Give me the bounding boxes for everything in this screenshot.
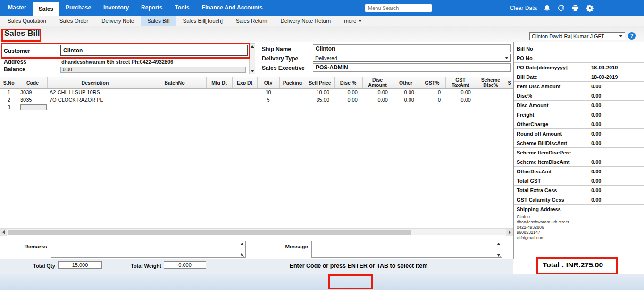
subnav-sales-return[interactable]: Sales Return xyxy=(229,16,274,26)
total-extra-cess-value[interactable]: 0.00 xyxy=(588,186,601,195)
total-weight-label: Total Weight xyxy=(131,263,161,269)
scroll-left-icon[interactable] xyxy=(0,229,7,236)
item-disc-amount-value[interactable]: 0.00 xyxy=(588,82,601,91)
bill-field-row: GST Calamity Cess0.00 xyxy=(514,195,644,205)
cell-mfg-dt xyxy=(206,88,232,96)
sales-subnav: Sales Quotation Sales Order Delivery Not… xyxy=(0,16,644,26)
total-weight-input[interactable] xyxy=(164,261,206,269)
col-header-sell-price: Sell Price xyxy=(306,77,334,88)
print-icon[interactable] xyxy=(571,4,579,12)
bill-field-row: Total Extra Cess0.00 xyxy=(514,186,644,195)
subnav-delivery-note-return[interactable]: Delivery Note Return xyxy=(274,16,337,26)
cell-s xyxy=(506,96,513,103)
customer-input[interactable] xyxy=(60,45,248,56)
cell-scheme-disc xyxy=(476,88,506,96)
message-label: Message xyxy=(267,244,308,249)
customer-form-scrollbar[interactable] xyxy=(249,43,255,74)
menu-master[interactable]: Master xyxy=(2,0,33,16)
notifications-bell-icon[interactable] xyxy=(543,4,551,12)
shipping-address-line: 9608532147 xyxy=(517,230,641,235)
menu-sales[interactable]: Sales xyxy=(33,2,59,16)
subnav-sales-order[interactable]: Sales Order xyxy=(53,16,95,26)
po-no-label: PO No xyxy=(514,53,588,62)
menu-purchase[interactable]: Purchase xyxy=(59,0,97,16)
function-key-bar: F1 Shipping F2 Transport F3 New F4 Edit … xyxy=(0,274,644,290)
freight-value[interactable]: 0.00 xyxy=(588,110,601,119)
bill-no-value[interactable] xyxy=(588,44,591,53)
delivery-type-select[interactable]: Delivered xyxy=(313,54,511,62)
col-header-gst-pct: GST% xyxy=(419,77,445,88)
resize-grip[interactable] xyxy=(241,253,245,257)
scroll-down-icon[interactable] xyxy=(251,70,254,72)
disc-amount-value[interactable]: 0.00 xyxy=(588,101,601,110)
customer-account-select[interactable]: Clinton David Raj Kumar J GFT xyxy=(529,32,625,40)
resize-grip[interactable] xyxy=(498,253,502,257)
bill-date-value[interactable]: 18-09-2019 xyxy=(588,72,618,81)
cell-qty: 5 xyxy=(257,96,279,103)
subnav-sales-bill[interactable]: Sales Bill xyxy=(141,16,176,26)
cell-code: 3039 xyxy=(18,88,47,96)
balance-input[interactable] xyxy=(60,67,246,73)
col-header-s: S xyxy=(506,77,513,88)
table-horizontal-scrollbar[interactable] xyxy=(0,228,513,235)
total-qty-input[interactable] xyxy=(58,261,102,269)
round-off-value[interactable]: 0.00 xyxy=(588,129,601,138)
chevron-down-icon xyxy=(358,20,362,22)
freight-label: Freight xyxy=(514,110,588,119)
scheme-billdiscamt-value[interactable]: 0.00 xyxy=(588,138,601,147)
help-button[interactable]: ? xyxy=(628,32,636,40)
scrollbar-thumb[interactable] xyxy=(8,230,411,235)
settings-gear-icon[interactable] xyxy=(585,4,594,12)
spin-up-icon[interactable] xyxy=(497,243,501,245)
bill-field-row: Scheme ItemDiscPerc xyxy=(514,148,644,157)
subnav-sales-quotation[interactable]: Sales Quotation xyxy=(1,16,53,26)
menu-reports[interactable]: Reports xyxy=(135,0,168,16)
message-field-wrap xyxy=(311,241,502,258)
dropdown-arrow-icon xyxy=(505,57,509,59)
scroll-right-icon[interactable] xyxy=(506,229,513,236)
menu-finance-accounts[interactable]: Finance And Accounts xyxy=(196,0,269,16)
bill-field-row: Scheme BillDiscAmt0.00 xyxy=(514,138,644,148)
ship-name-input[interactable] xyxy=(313,44,511,52)
col-header-batchno: BatchNo xyxy=(143,77,206,88)
col-header-exp-dt: Exp Dt xyxy=(232,77,257,88)
item-code-input[interactable] xyxy=(20,104,47,110)
gst-calamity-cess-label: GST Calamity Cess xyxy=(514,195,588,204)
menu-search-input[interactable] xyxy=(365,4,432,12)
sales-executive-input[interactable] xyxy=(313,63,511,72)
bill-field-row: Bill Date18-09-2019 xyxy=(514,72,644,82)
gst-calamity-cess-value[interactable]: 0.00 xyxy=(588,195,601,204)
globe-icon[interactable] xyxy=(557,4,565,12)
cell-mfg-dt xyxy=(206,96,232,103)
other-charge-value[interactable]: 0.00 xyxy=(588,119,601,128)
po-date-value[interactable]: 18-09-2019 xyxy=(588,63,618,72)
subnav-more[interactable]: more xyxy=(337,16,368,26)
po-no-value[interactable] xyxy=(588,53,591,62)
address-value: dhandesshwaram 6th street Ph:0422-493280… xyxy=(61,59,173,65)
balance-label: Balance xyxy=(4,66,25,73)
subnav-delivery-note[interactable]: Delivery Note xyxy=(95,16,141,26)
total-gst-value[interactable]: 0.00 xyxy=(588,176,601,185)
bill-field-row: Disc Amount0.00 xyxy=(514,101,644,110)
table-row[interactable]: 2 3035 7O CLOCK RAZOR PL 5 35.00 0.00 0.… xyxy=(0,96,513,103)
otherdiscamt-value[interactable]: 0.00 xyxy=(588,167,601,176)
message-textarea[interactable] xyxy=(311,241,502,258)
spin-up-icon[interactable] xyxy=(240,243,244,245)
scheme-itemdiscamt-value[interactable]: 0.00 xyxy=(588,157,601,166)
items-table: S.No Code Description BatchNo Mfg Dt Exp… xyxy=(0,77,513,228)
cell-disc-pct: 0.00 xyxy=(334,96,362,103)
disc-pct-value[interactable]: 0.00 xyxy=(588,91,601,100)
menu-inventory[interactable]: Inventory xyxy=(97,0,135,16)
item-disc-amount-label: Item Disc Amount xyxy=(514,82,588,91)
clear-data-link[interactable]: Clear Data xyxy=(510,5,537,11)
scheme-itemdiscperc-value[interactable] xyxy=(588,148,591,157)
menu-tools[interactable]: Tools xyxy=(168,0,195,16)
subnav-sales-bill-touch[interactable]: Sales Bill[Touch] xyxy=(176,16,229,26)
scroll-up-icon[interactable] xyxy=(251,45,254,48)
cell-s xyxy=(506,88,513,96)
shipping-address-block: Shipping Address Clinton dhandesshwaram … xyxy=(514,205,644,240)
col-header-description: Description xyxy=(47,77,143,88)
table-row-new[interactable]: 3 xyxy=(0,103,513,111)
remarks-textarea[interactable] xyxy=(51,241,246,258)
table-row[interactable]: 1 3039 A2 CHILLI SUP 10RS 10 10.00 0.00 … xyxy=(0,88,513,96)
